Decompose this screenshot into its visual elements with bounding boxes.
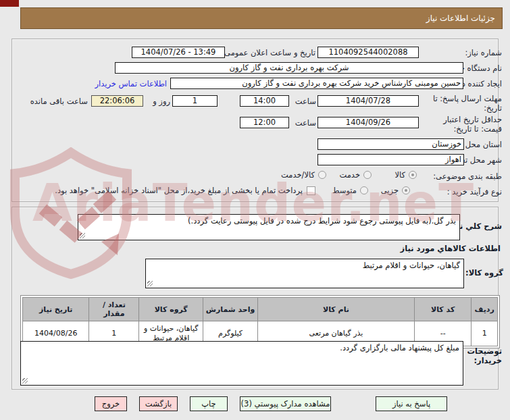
- days-remaining-input[interactable]: 1: [172, 95, 218, 107]
- price-validity-hour-label: ساعت: [295, 118, 316, 128]
- buyer-notes-textarea[interactable]: مبلغ کل پیشنهاد مالی بارگزاری گردد.: [20, 341, 463, 386]
- radio-icon: [363, 171, 372, 179]
- col-item-code: کد کالا: [414, 298, 471, 321]
- buyer-org-input[interactable]: شرکت بهره برداری نفت و گاز کارون: [115, 62, 463, 74]
- province-input[interactable]: خوزستان: [317, 138, 464, 150]
- items-section-title: اطلاعات کالاهاي مورد نیاز: [401, 244, 501, 253]
- response-deadline-time-input[interactable]: 14:00: [240, 95, 289, 107]
- need-details-window: جزئیات اطلاعات نیاز شماره نیاز: 11040925…: [0, 0, 510, 420]
- buyer-contact-link[interactable]: اطلاعات تماس خریدار: [95, 79, 167, 88]
- announce-datetime-label: تاریخ و ساعت اعلان عمومی:: [222, 48, 315, 57]
- view-attachments-button[interactable]: مشاهده مدارک پیوستي (3): [240, 396, 331, 411]
- radio-minor[interactable]: جزیی: [381, 186, 410, 195]
- countdown-label: ساعت باقی مانده: [30, 97, 88, 106]
- buyer-notes-label: توضیحاتخریدار:: [461, 346, 502, 365]
- need-number-label: شماره نیاز:: [465, 48, 502, 57]
- need-desc-textarea[interactable]: بذر گل.(به فایل پیوستی رجوع شود شرایط در…: [78, 214, 460, 240]
- price-validity-time-input[interactable]: 12:00: [240, 117, 289, 128]
- city-input[interactable]: اهواز: [317, 154, 464, 165]
- print-button[interactable]: چاپ: [190, 396, 228, 411]
- radio-icon: [318, 171, 326, 179]
- exit-button[interactable]: خروج: [95, 396, 127, 411]
- watermark-corner-stamp: [0, 0, 19, 7]
- response-deadline-hour-label: ساعت: [295, 97, 316, 106]
- checkbox-icon[interactable]: [307, 186, 315, 195]
- col-need-date: تاریخ نیاز: [23, 298, 89, 321]
- radio-icon: [402, 186, 410, 194]
- table-header-row: ردیف کد کالا نام کالا واحد شمارش گروه کا…: [23, 298, 498, 321]
- page-title: جزئیات اطلاعات نیاز: [20, 7, 503, 29]
- goods-group-textarea[interactable]: گیاهان، حیوانات و اقلام مرتبط: [145, 259, 464, 288]
- price-validity-label: حداقل تاریخ اعتبارقیمت: تا تاریخ:: [431, 115, 502, 134]
- process-type-label: نوع فرآیند خرید :: [447, 187, 502, 196]
- cell-row-number: 1: [471, 321, 498, 346]
- request-creator-input[interactable]: حسین مومبنی کارشناس خرید شرکت بهره بردار…: [170, 78, 463, 89]
- goods-group-label: گروه کالا:: [465, 268, 503, 278]
- respond-button[interactable]: پاسخ به نیاز: [376, 396, 447, 411]
- radio-icon: [409, 171, 417, 179]
- need-number-input[interactable]: 1104092544002088: [317, 47, 419, 58]
- category-label: طبقه بندی موضوعی:: [433, 172, 502, 181]
- back-button[interactable]: بازگشت: [139, 396, 178, 411]
- treasury-payment-option[interactable]: پرداخت تمام یا بخشی از مبلغ خرید،از محل …: [55, 186, 315, 195]
- days-remaining-label: روز و: [153, 97, 170, 106]
- price-validity-date-input[interactable]: 1404/09/26: [317, 117, 419, 128]
- col-item-name: نام کالا: [258, 298, 415, 321]
- countdown-timer: 22:06:06: [91, 95, 143, 107]
- radio-goods-service[interactable]: کالا/خدمت: [281, 170, 326, 180]
- col-group: گروه کالا: [139, 298, 203, 321]
- radio-goods[interactable]: کالا: [394, 170, 417, 180]
- col-row-number: ردیف: [471, 298, 498, 321]
- treasury-note: پرداخت تمام یا بخشی از مبلغ خرید،از محل …: [55, 186, 303, 195]
- response-deadline-label: مهلت ارسال پاسخ: تاتاریخ:: [431, 94, 502, 113]
- response-deadline-date-input[interactable]: 1404/07/28: [317, 95, 419, 107]
- announce-datetime-input[interactable]: 1404/07/26 - 13:49: [132, 47, 225, 58]
- col-quantity: تعداد / مقدار: [89, 298, 139, 321]
- col-unit: واحد شمارش: [203, 298, 258, 321]
- radio-icon: [360, 186, 368, 194]
- radio-service[interactable]: خدمت: [339, 170, 372, 180]
- radio-medium[interactable]: متوسط: [332, 186, 368, 195]
